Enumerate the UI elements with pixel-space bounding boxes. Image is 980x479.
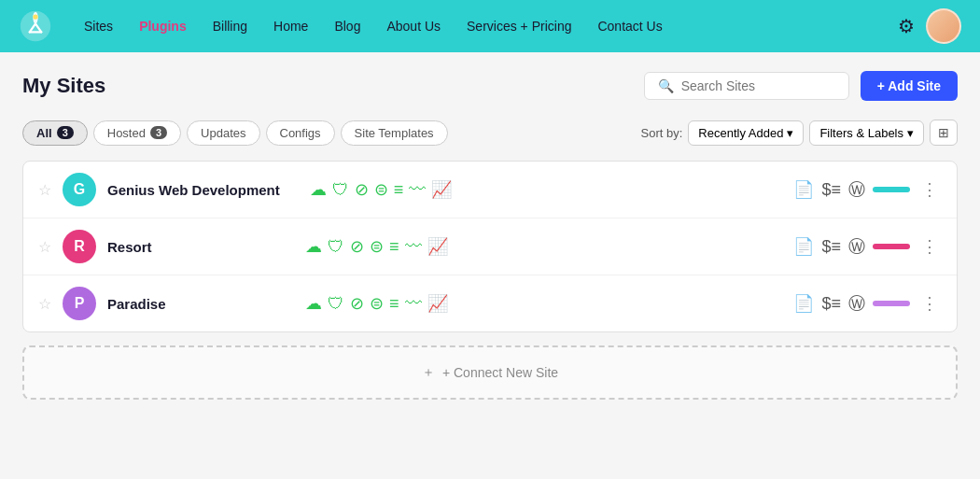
site-color-bar bbox=[873, 301, 910, 306]
uptime-icon[interactable]: 🛡 bbox=[328, 237, 344, 257]
site-initial: R bbox=[74, 238, 85, 255]
site-tools: 📄 $≡ Ⓦ ⋮ bbox=[793, 232, 942, 261]
nav-services-pricing[interactable]: Services + Pricing bbox=[455, 13, 582, 39]
site-tools: 📄 $≡ Ⓦ ⋮ bbox=[793, 289, 942, 317]
filter-labels-chevron-icon: ▾ bbox=[907, 126, 914, 140]
navbar: Sites Plugins Billing Home Blog About Us… bbox=[0, 0, 980, 52]
wp-icon[interactable]: Ⓦ bbox=[848, 292, 865, 315]
site-name[interactable]: Genius Web Development bbox=[107, 182, 280, 198]
avatar[interactable] bbox=[926, 8, 961, 44]
filter-labels-label: Filters & Labels bbox=[819, 126, 903, 140]
sort-chevron-icon: ▾ bbox=[787, 126, 793, 140]
site-avatar: P bbox=[63, 287, 96, 320]
nav-billing[interactable]: Billing bbox=[202, 13, 259, 39]
star-icon[interactable]: ☆ bbox=[38, 238, 51, 256]
billing-icon[interactable]: $≡ bbox=[821, 180, 841, 200]
sort-value: Recently Added bbox=[698, 126, 783, 140]
site-avatar: G bbox=[63, 173, 96, 206]
svg-point-5 bbox=[33, 14, 37, 19]
wp-icon[interactable]: Ⓦ bbox=[848, 235, 865, 258]
filter-tab-templates[interactable]: Site Templates bbox=[341, 120, 448, 146]
filter-all-badge: 3 bbox=[57, 126, 74, 139]
backup-icon[interactable]: ⊜ bbox=[370, 236, 384, 257]
billing-icon[interactable]: $≡ bbox=[821, 237, 841, 257]
uptime-icon[interactable]: 🛡 bbox=[332, 180, 349, 200]
filter-tab-hosted[interactable]: Hosted 3 bbox=[93, 120, 181, 146]
nav-blog[interactable]: Blog bbox=[323, 13, 371, 39]
connect-label: + Connect New Site bbox=[442, 365, 558, 380]
wp-icon[interactable]: Ⓦ bbox=[848, 178, 865, 201]
nav-right: ⚙ bbox=[898, 8, 961, 44]
nav-sites[interactable]: Sites bbox=[73, 13, 124, 39]
filter-updates-label: Updates bbox=[201, 126, 245, 140]
cloud-icon[interactable]: ☁ bbox=[305, 236, 322, 257]
stats-icon[interactable]: 📈 bbox=[431, 179, 452, 200]
nav-contact[interactable]: Contact Us bbox=[586, 13, 673, 39]
sort-label: Sort by: bbox=[641, 126, 683, 140]
site-status-icons: ☁ 🛡 ⊘ ⊜ ≡ 〰 📈 bbox=[310, 179, 453, 200]
star-icon[interactable]: ☆ bbox=[38, 181, 51, 199]
nav-links: Sites Plugins Billing Home Blog About Us… bbox=[73, 13, 892, 39]
analytics-icon[interactable]: 〰 bbox=[405, 237, 422, 257]
uptime-icon[interactable]: 🛡 bbox=[328, 294, 344, 314]
site-initial: P bbox=[75, 295, 85, 312]
page-title: My Sites bbox=[22, 74, 105, 98]
nav-home[interactable]: Home bbox=[262, 13, 319, 39]
billing-icon[interactable]: $≡ bbox=[821, 294, 841, 314]
more-options-button[interactable]: ⋮ bbox=[917, 232, 942, 261]
nav-about[interactable]: About Us bbox=[375, 13, 452, 39]
filter-hosted-label: Hosted bbox=[107, 126, 146, 140]
performance-icon[interactable]: ⊘ bbox=[350, 293, 364, 314]
search-box[interactable]: 🔍 bbox=[644, 72, 849, 100]
stats-icon[interactable]: 📈 bbox=[427, 293, 448, 314]
logo[interactable] bbox=[19, 9, 52, 43]
sort-select[interactable]: Recently Added ▾ bbox=[688, 120, 804, 146]
search-input[interactable] bbox=[681, 78, 835, 93]
nav-plugins[interactable]: Plugins bbox=[128, 13, 198, 39]
seo-icon[interactable]: ≡ bbox=[394, 180, 404, 200]
backup-icon[interactable]: ⊜ bbox=[370, 293, 384, 314]
filter-tab-configs[interactable]: Configs bbox=[266, 120, 335, 146]
pages-icon[interactable]: 📄 bbox=[793, 293, 814, 314]
cloud-icon[interactable]: ☁ bbox=[305, 293, 322, 314]
pages-icon[interactable]: 📄 bbox=[793, 236, 814, 257]
site-initial: G bbox=[74, 181, 85, 198]
site-status-icons: ☁ 🛡 ⊘ ⊜ ≡ 〰 📈 bbox=[305, 236, 448, 257]
site-color-bar bbox=[873, 187, 910, 192]
main-content: My Sites 🔍 + Add Site All 3 Hosted 3 Upd… bbox=[0, 52, 980, 479]
backup-icon[interactable]: ⊜ bbox=[374, 179, 388, 200]
site-avatar: R bbox=[63, 230, 96, 263]
seo-icon[interactable]: ≡ bbox=[389, 237, 399, 257]
top-bar: My Sites 🔍 + Add Site bbox=[22, 71, 958, 101]
site-color-bar bbox=[873, 244, 910, 249]
gear-icon[interactable]: ⚙ bbox=[898, 15, 915, 37]
filter-tab-updates[interactable]: Updates bbox=[187, 120, 259, 146]
connect-new-site-button[interactable]: ＋ + Connect New Site bbox=[22, 345, 958, 400]
more-options-button[interactable]: ⋮ bbox=[917, 289, 942, 317]
filter-hosted-badge: 3 bbox=[150, 126, 167, 139]
add-site-button[interactable]: + Add Site bbox=[861, 71, 958, 101]
analytics-icon[interactable]: 〰 bbox=[405, 294, 422, 314]
star-icon[interactable]: ☆ bbox=[38, 295, 51, 313]
filter-bar: All 3 Hosted 3 Updates Configs Site Temp… bbox=[22, 120, 958, 146]
grid-view-button[interactable]: ⊞ bbox=[930, 120, 958, 146]
grid-icon: ⊞ bbox=[938, 125, 949, 140]
seo-icon[interactable]: ≡ bbox=[389, 294, 399, 314]
performance-icon[interactable]: ⊘ bbox=[350, 236, 364, 257]
filter-labels-button[interactable]: Filters & Labels ▾ bbox=[809, 120, 924, 146]
connect-plus-icon: ＋ bbox=[422, 364, 435, 381]
filter-templates-label: Site Templates bbox=[355, 126, 434, 140]
cloud-icon[interactable]: ☁ bbox=[310, 179, 327, 200]
site-name[interactable]: Paradise bbox=[107, 296, 275, 312]
filter-configs-label: Configs bbox=[280, 126, 321, 140]
sort-group: Sort by: Recently Added ▾ bbox=[641, 120, 805, 146]
performance-icon[interactable]: ⊘ bbox=[355, 179, 369, 200]
stats-icon[interactable]: 📈 bbox=[427, 236, 448, 257]
pages-icon[interactable]: 📄 bbox=[793, 179, 814, 200]
filter-tab-all[interactable]: All 3 bbox=[22, 120, 88, 146]
more-options-button[interactable]: ⋮ bbox=[917, 176, 942, 204]
analytics-icon[interactable]: 〰 bbox=[409, 180, 426, 200]
table-row: ☆ R Resort ☁ 🛡 ⊘ ⊜ ≡ 〰 📈 📄 $≡ Ⓦ ⋮ bbox=[23, 218, 957, 275]
site-name[interactable]: Resort bbox=[107, 239, 275, 255]
table-row: ☆ G Genius Web Development ☁ 🛡 ⊘ ⊜ ≡ 〰 📈… bbox=[23, 162, 957, 218]
